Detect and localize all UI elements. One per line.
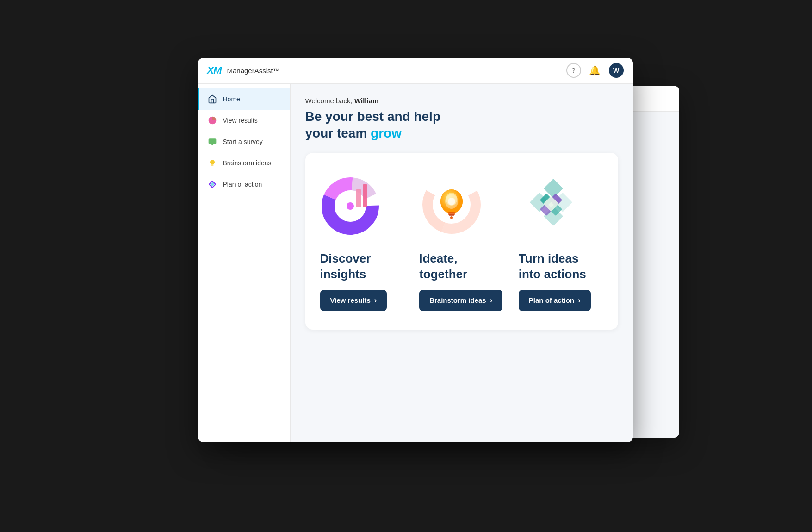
app-title: ManagerAssist™ — [227, 67, 280, 75]
sidebar-view-results-label: View results — [223, 117, 258, 124]
sidebar-item-brainstorm[interactable]: Brainstorm ideas — [198, 152, 290, 174]
svg-rect-17 — [356, 189, 361, 207]
header-right: ? 🔔 W — [566, 63, 624, 78]
brainstorm-button[interactable]: Brainstorm ideas › — [419, 290, 502, 311]
sidebar-home-label: Home — [223, 95, 240, 103]
user-avatar[interactable]: W — [609, 63, 624, 78]
actions-icon — [519, 171, 583, 236]
card-actions-title: Turn ideas into actions — [519, 251, 603, 282]
ideate-icon — [419, 171, 484, 236]
sidebar-item-view-results[interactable]: View results — [198, 110, 290, 131]
view-results-label: View results — [330, 296, 371, 304]
pie-chart-icon — [207, 115, 217, 125]
bell-icon: 🔔 — [589, 65, 601, 76]
plan-of-action-button[interactable]: Plan of action › — [519, 290, 591, 311]
svg-rect-9 — [211, 164, 213, 166]
arrow-icon-2: › — [490, 296, 492, 305]
view-results-button[interactable]: View results › — [320, 290, 387, 311]
svg-point-16 — [347, 202, 354, 210]
welcome-text: Welcome back, William — [305, 97, 618, 105]
card-discover-title: Discover insights — [320, 251, 405, 282]
main-layout: Home View results — [198, 84, 633, 442]
xm-logo: XM — [207, 64, 222, 76]
svg-point-25 — [448, 198, 455, 205]
sidebar-item-home[interactable]: Home — [198, 88, 290, 110]
sidebar-brainstorm-label: Brainstorm ideas — [223, 159, 272, 167]
chat-icon — [207, 137, 217, 147]
svg-rect-18 — [363, 184, 367, 207]
diamond-icon — [207, 179, 217, 189]
sidebar: Home View results — [198, 84, 291, 442]
bulb-icon — [207, 158, 217, 168]
svg-rect-27 — [449, 214, 454, 216]
hero-title: Be your best and help your team grow — [305, 108, 618, 142]
app-container: XM ManagerAssist™ Home — [198, 58, 614, 475]
hero-highlight: grow — [371, 126, 402, 140]
svg-point-8 — [210, 160, 215, 164]
svg-marker-7 — [211, 144, 214, 145]
home-icon — [207, 94, 217, 104]
username-text: William — [354, 97, 378, 105]
card-discover: Discover insights View results › — [320, 171, 405, 311]
header: XM ManagerAssist™ ? 🔔 W — [198, 58, 633, 84]
svg-rect-6 — [208, 138, 216, 144]
plan-of-action-label: Plan of action — [529, 296, 574, 304]
avatar-label: W — [613, 67, 619, 74]
help-icon: ? — [572, 67, 576, 74]
card-ideate-title: Ideate, together — [419, 251, 504, 282]
brainstorm-label: Brainstorm ideas — [429, 296, 486, 304]
sidebar-item-plan[interactable]: Plan of action — [198, 174, 290, 195]
card-actions: Turn ideas into actions Plan of action › — [519, 171, 603, 311]
main-content: Welcome back, William Be your best and h… — [291, 84, 633, 442]
window-front: XM ManagerAssist™ ? 🔔 W — [198, 58, 633, 442]
sidebar-plan-label: Plan of action — [223, 181, 262, 188]
sidebar-item-start-survey[interactable]: Start a survey — [198, 131, 290, 152]
cards-section: Discover insights View results › — [305, 153, 618, 330]
card-ideate: Ideate, together Brainstorm ideas › — [419, 171, 504, 311]
discover-icon — [320, 171, 385, 236]
header-left: XM ManagerAssist™ — [207, 64, 280, 76]
help-button[interactable]: ? — [566, 63, 581, 78]
sidebar-survey-label: Start a survey — [223, 138, 263, 145]
svg-point-28 — [450, 216, 453, 219]
arrow-icon-3: › — [578, 296, 580, 305]
bell-button[interactable]: 🔔 — [588, 63, 602, 78]
arrow-icon: › — [374, 296, 377, 305]
